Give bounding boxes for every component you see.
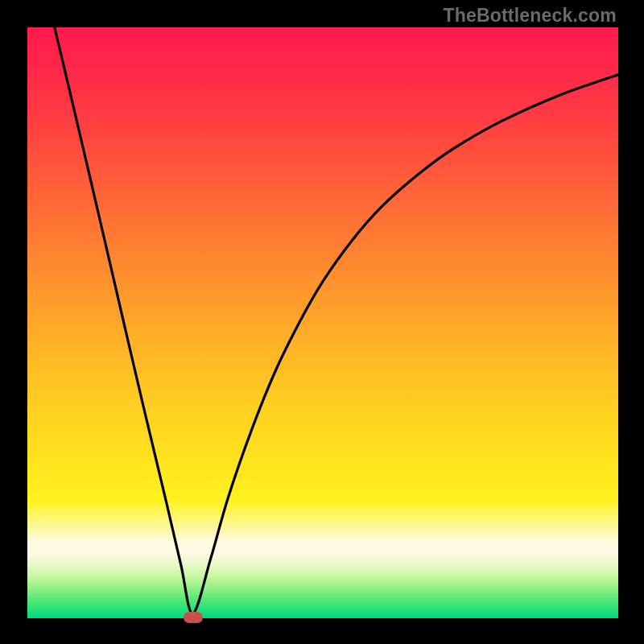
chart-frame: TheBottleneck.com bbox=[0, 0, 644, 644]
chart-plot-area bbox=[27, 27, 618, 618]
bottleneck-curve bbox=[27, 27, 618, 618]
attribution-label: TheBottleneck.com bbox=[443, 5, 617, 27]
curve-path bbox=[55, 27, 618, 613]
optimum-marker bbox=[184, 612, 203, 623]
